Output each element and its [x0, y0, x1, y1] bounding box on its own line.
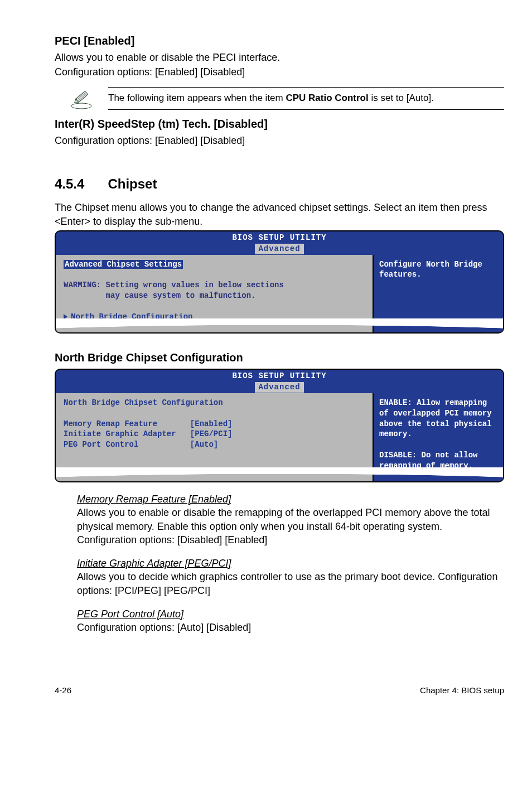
- peci-desc2: Configuration options: [Enabled] [Disabl…: [55, 65, 504, 79]
- note-bold: CPU Ratio Control: [286, 93, 368, 103]
- footer-chapter: Chapter 4: BIOS setup: [420, 685, 504, 696]
- north-bridge-heading: North Bridge Chipset Configuration: [55, 350, 504, 365]
- memremap-block: Memory Remap Feature [Enabled] Allows yo…: [77, 492, 504, 547]
- bios2-help1: ENABLE: Allow remapping of overlapped PC…: [379, 398, 496, 439]
- pencil-icon: [69, 87, 94, 109]
- section-heading: 4.5.4Chipset: [55, 175, 504, 193]
- bios1-titlebar: BIOS SETUP UTILITY Advanced: [56, 231, 503, 255]
- bios2-utility-label: BIOS SETUP UTILITY: [56, 371, 503, 381]
- svg-point-0: [71, 103, 91, 109]
- initgfx-para: Allows you to decide which graphics cont…: [77, 570, 504, 597]
- memremap-para: Allows you to enable or disable the rema…: [77, 506, 504, 547]
- bios-screenshot-1: BIOS SETUP UTILITY Advanced Advanced Chi…: [55, 230, 504, 334]
- note-prefix: The following item appears when the item: [108, 93, 286, 103]
- bios1-help-pane: Configure North Bridge features.: [374, 255, 503, 332]
- bios2-row1-val: [Enabled]: [190, 419, 233, 428]
- bios1-utility-label: BIOS SETUP UTILITY: [56, 233, 503, 243]
- bios2-row2-label: Initiate Graphic Adapter: [64, 429, 176, 438]
- bios1-submenu: North Bridge Configuration: [64, 312, 192, 321]
- bios2-help2: DISABLE: Do not allow remapping of memor…: [379, 451, 482, 470]
- peci-desc1: Allows you to enable or disable the PECI…: [55, 51, 504, 64]
- note-text: The following item appears when the item…: [108, 88, 504, 109]
- initgfx-block: Initiate Graphic Adapter [PEG/PCI] Allow…: [77, 557, 504, 597]
- chipset-para: The Chipset menu allows you to change th…: [55, 201, 504, 228]
- pegport-block: PEG Port Control [Auto] Configuration op…: [77, 607, 504, 635]
- bios1-heading: Advanced Chipset Settings: [64, 260, 183, 269]
- pegport-title: PEG Port Control [Auto]: [77, 607, 504, 621]
- footer-page-number: 4-26: [55, 685, 71, 696]
- page-footer: 4-26 Chapter 4: BIOS setup: [55, 685, 504, 696]
- note-text-wrap: The following item appears when the item…: [108, 87, 504, 110]
- initgfx-title: Initiate Graphic Adapter [PEG/PCI]: [77, 557, 504, 570]
- bios2-row3-label: PEG Port Control: [64, 440, 138, 449]
- pegport-para: Configuration options: [Auto] [Disabled]: [77, 621, 504, 634]
- note-bottom-rule: [108, 109, 504, 110]
- bios2-tab: Advanced: [255, 382, 303, 393]
- bios1-left-pane: Advanced Chipset Settings WARMING: Setti…: [56, 255, 374, 332]
- bios1-warn1: WARMING: Setting wrong values in below s…: [64, 281, 284, 289]
- bios1-tab: Advanced: [255, 244, 303, 254]
- bios1-warn2: may cause system to malfunction.: [64, 291, 255, 300]
- speedstep-heading: Inter(R) SpeedStep (tm) Tech. [Disabled]: [55, 117, 504, 132]
- section-number: 4.5.4: [55, 175, 84, 193]
- note-block: The following item appears when the item…: [69, 87, 504, 110]
- bios-screenshot-2: BIOS SETUP UTILITY Advanced North Bridge…: [55, 369, 504, 482]
- bios2-heading: North Bridge Chipset Configuration: [64, 398, 223, 407]
- note-suffix: is set to [Auto].: [369, 93, 434, 103]
- peci-heading: PECI [Enabled]: [55, 33, 504, 49]
- speedstep-desc: Configuration options: [Enabled] [Disabl…: [55, 134, 504, 147]
- bios2-row1-label: Memory Remap Feature: [64, 419, 157, 428]
- bios2-help-pane: ENABLE: Allow remapping of overlapped PC…: [374, 393, 503, 481]
- memremap-title: Memory Remap Feature [Enabled]: [77, 492, 504, 506]
- bios2-row2-val: [PEG/PCI]: [190, 429, 233, 438]
- bios2-titlebar: BIOS SETUP UTILITY Advanced: [56, 370, 503, 393]
- svg-rect-1: [76, 91, 88, 102]
- bios2-row3-val: [Auto]: [190, 440, 218, 449]
- section-title: Chipset: [108, 176, 157, 191]
- bios2-left-pane: North Bridge Chipset Configuration Memor…: [56, 393, 374, 481]
